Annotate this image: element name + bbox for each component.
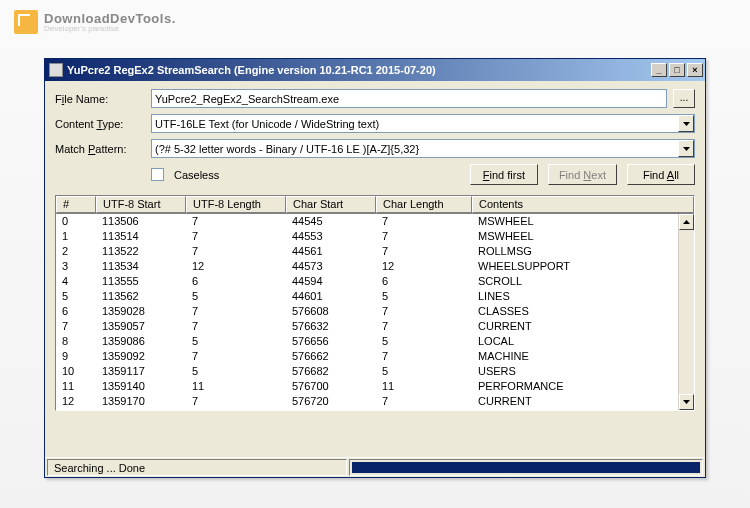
- cell: 7: [186, 394, 286, 409]
- cell: 9: [56, 349, 96, 364]
- table-row[interactable]: 41135556445946SCROLL: [56, 274, 694, 289]
- cell: 113506: [96, 214, 186, 229]
- cell: 576720: [286, 394, 376, 409]
- maximize-button[interactable]: □: [669, 63, 685, 77]
- cell: 7: [376, 229, 472, 244]
- cell: 2: [56, 244, 96, 259]
- cell: 7: [186, 304, 286, 319]
- status-message: Searching ... Done: [47, 459, 347, 476]
- col-utf8-start[interactable]: UTF-8 Start: [96, 196, 186, 213]
- col-contents[interactable]: Contents: [472, 196, 694, 213]
- cell: ROLLMSG: [472, 244, 694, 259]
- cell: 7: [376, 304, 472, 319]
- cell: 12: [56, 394, 96, 409]
- col-char-length[interactable]: Char Length: [376, 196, 472, 213]
- app-window: YuPcre2 RegEx2 StreamSearch (Engine vers…: [44, 58, 706, 478]
- cell: 7: [376, 349, 472, 364]
- cell: 1359092: [96, 349, 186, 364]
- cell: MSWHEEL: [472, 214, 694, 229]
- cell: 7: [186, 214, 286, 229]
- cell: 11: [186, 379, 286, 394]
- cell: 576682: [286, 364, 376, 379]
- col-utf8-length[interactable]: UTF-8 Length: [186, 196, 286, 213]
- cell: 576662: [286, 349, 376, 364]
- cell: CURRENT: [472, 394, 694, 409]
- cell: 1359028: [96, 304, 186, 319]
- cell: 7: [186, 349, 286, 364]
- cell: 5: [376, 334, 472, 349]
- cell: 113562: [96, 289, 186, 304]
- cell: 44601: [286, 289, 376, 304]
- cell: 1359086: [96, 334, 186, 349]
- match-pattern-input[interactable]: [151, 139, 695, 158]
- table-row[interactable]: 7135905775766327CURRENT: [56, 319, 694, 334]
- cell: 113534: [96, 259, 186, 274]
- cell: 113514: [96, 229, 186, 244]
- cell: 10: [56, 364, 96, 379]
- grid-header: # UTF-8 Start UTF-8 Length Char Start Ch…: [56, 196, 694, 214]
- cell: 6: [56, 304, 96, 319]
- cell: 5: [376, 364, 472, 379]
- cell: 5: [186, 364, 286, 379]
- table-row[interactable]: 21135227445617ROLLMSG: [56, 244, 694, 259]
- find-first-button[interactable]: Find first: [470, 164, 538, 185]
- chevron-down-icon[interactable]: [678, 140, 694, 157]
- results-grid: # UTF-8 Start UTF-8 Length Char Start Ch…: [55, 195, 695, 411]
- caseless-checkbox[interactable]: [151, 168, 164, 181]
- minimize-button[interactable]: _: [651, 63, 667, 77]
- cell: 12: [186, 259, 286, 274]
- table-row[interactable]: 9135909275766627MACHINE: [56, 349, 694, 364]
- table-row[interactable]: 6135902875766087CLASSES: [56, 304, 694, 319]
- cell: MACHINE: [472, 349, 694, 364]
- find-next-button: Find Next: [548, 164, 617, 185]
- cell: 576608: [286, 304, 376, 319]
- close-button[interactable]: ×: [687, 63, 703, 77]
- cell: 576656: [286, 334, 376, 349]
- table-row[interactable]: 12135917075767207CURRENT: [56, 394, 694, 409]
- cell: 7: [56, 319, 96, 334]
- vertical-scrollbar[interactable]: [678, 214, 694, 410]
- titlebar[interactable]: YuPcre2 RegEx2 StreamSearch (Engine vers…: [45, 59, 705, 81]
- cell: 44594: [286, 274, 376, 289]
- cell: LINES: [472, 289, 694, 304]
- cell: 7: [186, 319, 286, 334]
- cell: 6: [186, 274, 286, 289]
- cell: 5: [186, 334, 286, 349]
- file-name-label: File Name:: [55, 93, 145, 105]
- match-pattern-label: Match Pattern:: [55, 143, 145, 155]
- cell: 1: [56, 229, 96, 244]
- scroll-down-icon[interactable]: [679, 394, 694, 410]
- progress-bar: [349, 459, 703, 476]
- col-index[interactable]: #: [56, 196, 96, 213]
- content-type-label: Content Type:: [55, 118, 145, 130]
- browse-button[interactable]: ...: [673, 89, 695, 108]
- table-row[interactable]: 51135625446015LINES: [56, 289, 694, 304]
- site-brand: DownloadDevTools. Developer's paradise: [14, 10, 176, 34]
- chevron-down-icon[interactable]: [678, 115, 694, 132]
- cell: USERS: [472, 364, 694, 379]
- table-row[interactable]: 3113534124457312WHEELSUPPORT: [56, 259, 694, 274]
- cell: 7: [376, 244, 472, 259]
- table-row[interactable]: 1113591401157670011PERFORMANCE: [56, 379, 694, 394]
- find-all-button[interactable]: Find All: [627, 164, 695, 185]
- status-bar: Searching ... Done: [45, 457, 705, 477]
- cell: 576632: [286, 319, 376, 334]
- scroll-up-icon[interactable]: [679, 214, 694, 230]
- table-row[interactable]: 11135147445537MSWHEEL: [56, 229, 694, 244]
- cell: 11: [376, 379, 472, 394]
- table-row[interactable]: 8135908655766565LOCAL: [56, 334, 694, 349]
- cell: 12: [376, 259, 472, 274]
- cell: 44573: [286, 259, 376, 274]
- col-char-start[interactable]: Char Start: [286, 196, 376, 213]
- file-name-input[interactable]: [151, 89, 667, 108]
- cell: 7: [376, 319, 472, 334]
- cell: SCROLL: [472, 274, 694, 289]
- cell: 11: [56, 379, 96, 394]
- cell: 1359117: [96, 364, 186, 379]
- table-row[interactable]: 01135067445457MSWHEEL: [56, 214, 694, 229]
- table-row[interactable]: 10135911755766825USERS: [56, 364, 694, 379]
- content-type-select[interactable]: [151, 114, 695, 133]
- cell: MSWHEEL: [472, 229, 694, 244]
- caseless-label: Caseless: [174, 169, 219, 181]
- cell: 7: [376, 394, 472, 409]
